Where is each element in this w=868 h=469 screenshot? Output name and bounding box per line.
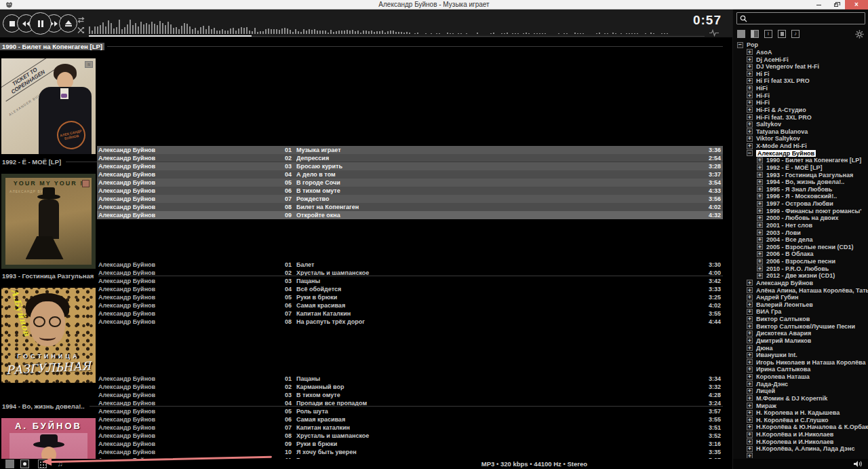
expand-toggle-icon[interactable] bbox=[747, 374, 753, 380]
search-box[interactable] bbox=[736, 12, 865, 24]
expand-toggle-icon[interactable] bbox=[747, 381, 753, 387]
tree-item[interactable]: Дмитрий Маликов bbox=[733, 337, 868, 345]
tree-item[interactable]: Андрей Губин bbox=[733, 294, 868, 301]
expand-toggle-icon[interactable] bbox=[747, 150, 753, 156]
album-group-header[interactable]: 1992 - Ё - МОЁ [LP] bbox=[0, 157, 723, 166]
tree-item[interactable]: Hi-Fi feat. 3XL PRO bbox=[733, 113, 868, 121]
tree-item[interactable]: 1994 - Во, жизнь довела!.. bbox=[733, 179, 868, 186]
info-view-icon[interactable]: i bbox=[764, 30, 772, 38]
tree-item[interactable]: 2003 - Лови bbox=[733, 229, 868, 236]
tree-item[interactable]: Pop bbox=[733, 41, 868, 49]
expand-toggle-icon[interactable] bbox=[747, 301, 753, 307]
tree-item[interactable]: DJ Vengerov feat H-Fi bbox=[733, 63, 868, 71]
expand-toggle-icon[interactable] bbox=[747, 424, 753, 430]
tree-item[interactable]: Н. Королёва и С.Глушко bbox=[733, 417, 868, 424]
expand-toggle-icon[interactable] bbox=[757, 215, 763, 221]
tree-item[interactable]: Ирина Салтыкова bbox=[733, 366, 868, 373]
tree-item[interactable]: 1999 - Финансы поют романсы' bbox=[733, 207, 868, 214]
tree-item[interactable]: Дюна bbox=[733, 344, 868, 352]
expand-toggle-icon[interactable] bbox=[747, 287, 753, 293]
expand-toggle-icon[interactable] bbox=[747, 402, 753, 409]
tree-item[interactable]: Н.Королёва & Ю.Началова & К.Орбакайте & bbox=[733, 424, 868, 431]
expand-toggle-icon[interactable] bbox=[757, 265, 763, 271]
view-list-icon[interactable] bbox=[5, 459, 14, 468]
expand-toggle-icon[interactable] bbox=[757, 229, 763, 236]
tree-item[interactable]: 1993 - Гостиница Разгульная bbox=[733, 171, 868, 179]
expand-toggle-icon[interactable] bbox=[747, 446, 753, 452]
tree-item[interactable] bbox=[733, 453, 868, 458]
tree-item[interactable]: 1996 - Я - Московский!.. bbox=[733, 193, 868, 200]
eject-button[interactable] bbox=[59, 14, 77, 33]
expand-toggle-icon[interactable] bbox=[757, 273, 763, 279]
tree-item[interactable]: 2000 - Любовь на двоих bbox=[733, 214, 868, 222]
tree-item[interactable]: Hi Fi bbox=[733, 71, 868, 78]
expand-toggle-icon[interactable] bbox=[747, 56, 753, 62]
expand-toggle-icon[interactable] bbox=[747, 100, 753, 106]
search-input[interactable] bbox=[750, 14, 865, 23]
tree-item[interactable]: Лицей bbox=[733, 388, 868, 395]
tree-item[interactable]: Hi-Fi bbox=[733, 99, 868, 107]
tree-item[interactable]: Лада-Дэнс bbox=[733, 380, 868, 388]
tree-item[interactable]: AsoA bbox=[733, 49, 868, 56]
tree-item[interactable]: Н.Королёва, А.Апина, Лада Дэнс bbox=[733, 445, 868, 453]
tree-item[interactable]: Александр Буйнов bbox=[733, 149, 868, 157]
track-row[interactable]: Александр Буйнов 01 Музыка играет 3:36 bbox=[97, 146, 723, 154]
album-group-header[interactable]: 1994 - Во, жизнь довела!.. bbox=[0, 402, 723, 410]
expand-toggle-icon[interactable] bbox=[747, 367, 753, 373]
tree-item[interactable]: Александр Буйнов bbox=[733, 280, 868, 287]
track-row[interactable]: Александр Буйнов 03 В тихом омуте 4:28 bbox=[97, 391, 723, 399]
track-row[interactable]: Александр Буйнов 02 Карманный вор 3:32 bbox=[97, 383, 723, 391]
tree-item[interactable]: Игорь Николаев и Наташа Королёва bbox=[733, 359, 868, 367]
tree-item[interactable]: 2012 - Две жизни (CD1) bbox=[733, 272, 868, 280]
expand-toggle-icon[interactable] bbox=[757, 179, 763, 185]
visualization-toggle-icon[interactable] bbox=[709, 29, 719, 37]
expand-toggle-icon[interactable] bbox=[757, 251, 763, 257]
expand-toggle-icon[interactable] bbox=[747, 64, 753, 70]
expand-toggle-icon[interactable] bbox=[747, 143, 753, 149]
restore-button[interactable] bbox=[827, 0, 845, 10]
expand-toggle-icon[interactable] bbox=[747, 417, 753, 423]
tree-item[interactable]: Виктор Салтыков/Лучшие Песни bbox=[733, 322, 868, 330]
tree-item[interactable]: Алёна Апина, Наташа Королёва, Татьяна Бу… bbox=[733, 286, 868, 294]
tree-item[interactable]: 1995 - Я Знал Любовь bbox=[733, 186, 868, 193]
tree-item[interactable]: Viktor Saltykov bbox=[733, 135, 868, 143]
seekbar-played[interactable] bbox=[89, 35, 252, 37]
tree-item[interactable]: 2006 - Взрослые песни bbox=[733, 258, 868, 265]
track-row[interactable]: Александр Буйнов 01 Пацаны 3:34 bbox=[97, 375, 723, 383]
panel-view-icon[interactable] bbox=[737, 30, 745, 38]
tree-item[interactable]: Дискотека Авария bbox=[733, 330, 868, 337]
expand-toggle-icon[interactable] bbox=[747, 316, 753, 322]
tree-item[interactable]: 1997 - Острова Любви bbox=[733, 200, 868, 208]
view-cover-icon[interactable] bbox=[20, 459, 29, 468]
expand-toggle-icon[interactable] bbox=[757, 201, 763, 207]
expand-toggle-icon[interactable] bbox=[747, 337, 753, 343]
tree-item[interactable]: Tatyana Bulanova bbox=[733, 128, 868, 136]
expand-toggle-icon[interactable] bbox=[757, 193, 763, 200]
tree-item[interactable]: Королева Наташа bbox=[733, 373, 868, 381]
expand-toggle-icon[interactable] bbox=[757, 186, 763, 192]
close-button[interactable]: × bbox=[845, 0, 868, 10]
expand-toggle-icon[interactable] bbox=[757, 244, 763, 250]
volume-icon[interactable] bbox=[853, 460, 863, 468]
tree-item[interactable]: 2005 - Взрослые песни (CD1) bbox=[733, 244, 868, 251]
tree-item[interactable]: Hi Fi feat 3XL PRO bbox=[733, 77, 868, 85]
expand-toggle-icon[interactable] bbox=[747, 49, 753, 55]
expand-toggle-icon[interactable] bbox=[747, 331, 753, 337]
tree-item[interactable]: Иванушки Int. bbox=[733, 352, 868, 359]
tree-item[interactable]: Виктор Салтыков bbox=[733, 316, 868, 323]
expand-toggle-icon[interactable] bbox=[747, 280, 753, 286]
waveform-visualization[interactable] bbox=[89, 15, 670, 34]
tree-item[interactable]: М.Фомин & DJ Kopernik bbox=[733, 395, 868, 402]
tree-item[interactable]: 2004 - Все дела bbox=[733, 236, 868, 244]
expand-toggle-icon[interactable] bbox=[747, 432, 753, 438]
expand-toggle-icon[interactable] bbox=[747, 453, 753, 458]
expand-toggle-icon[interactable] bbox=[747, 438, 753, 445]
expand-toggle-icon[interactable] bbox=[757, 208, 763, 214]
tree-item[interactable]: X-Mode And Hi-Fi bbox=[733, 143, 868, 150]
track-row[interactable]: Александр Буйнов 01 Балет 3:30 bbox=[97, 261, 723, 269]
columns-view-icon[interactable] bbox=[751, 30, 759, 38]
expand-toggle-icon[interactable] bbox=[757, 157, 763, 164]
tree-item[interactable]: ВИА Гра bbox=[733, 308, 868, 316]
expand-toggle-icon[interactable] bbox=[747, 309, 753, 315]
album-group-header[interactable]: 1993 - Гостиница Разгульная bbox=[0, 271, 723, 280]
